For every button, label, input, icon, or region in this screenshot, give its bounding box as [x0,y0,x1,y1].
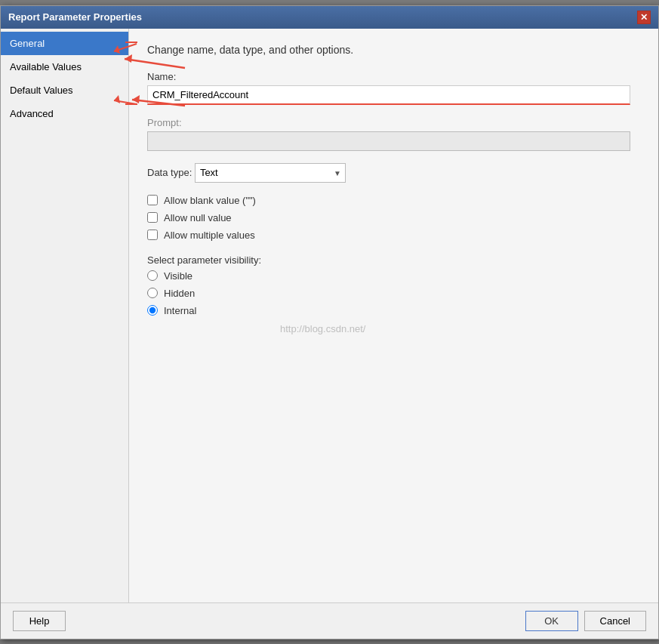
allow-null-item: Allow null value [147,212,640,223]
internal-label: Internal [164,305,196,316]
dialog-footer: Help OK Cancel [1,602,658,639]
visible-item: Visible [147,270,640,282]
hidden-label: Hidden [164,288,195,299]
radio-group: Visible Hidden Internal [147,270,640,316]
allow-blank-item: Allow blank value ("") [147,195,640,206]
allow-null-checkbox[interactable] [147,212,158,223]
visible-label: Visible [164,270,192,282]
main-content: Change name, data type, and other option… [129,29,658,602]
sidebar-item-available-values[interactable]: Available Values [1,55,128,79]
title-bar-text: Report Parameter Properties [8,11,142,23]
hidden-radio[interactable] [147,288,158,298]
visibility-section: Select parameter visibility: Visible Hid… [147,254,640,316]
name-input[interactable] [147,85,630,105]
allow-blank-checkbox[interactable] [147,195,158,205]
visible-radio[interactable] [147,270,158,281]
name-label: Name: [147,71,640,82]
checkbox-group: Allow blank value ("") Allow null value … [147,195,640,241]
data-type-dropdown-wrapper: Text Boolean DateTime Float Integer ▼ [195,163,346,183]
dialog-body: General Available Values Default Values … [1,29,658,602]
name-group: Name: [147,71,640,105]
allow-blank-label: Allow blank value ("") [164,195,256,206]
allow-null-label: Allow null value [164,212,232,223]
ok-button[interactable]: OK [525,611,578,631]
prompt-input[interactable] [147,131,630,151]
watermark-text: http://blog.csdn.net/ [280,323,365,334]
dialog-window: Report Parameter Properties ✕ General Av… [0,5,659,639]
cancel-button[interactable]: Cancel [584,611,646,631]
visibility-label: Select parameter visibility: [147,254,640,266]
hidden-item: Hidden [147,288,640,299]
prompt-group: Prompt: [147,117,640,151]
internal-radio[interactable] [147,305,158,316]
help-button[interactable]: Help [13,611,66,631]
sidebar-item-advanced[interactable]: Advanced [1,102,128,125]
data-type-label: Data type: [147,167,192,178]
allow-multiple-item: Allow multiple values [147,230,640,241]
allow-multiple-checkbox[interactable] [147,230,158,240]
prompt-label: Prompt: [147,117,640,128]
allow-multiple-label: Allow multiple values [164,230,255,241]
sidebar-item-general[interactable]: General [1,32,128,55]
sidebar-item-default-values[interactable]: Default Values [1,79,128,102]
internal-item: Internal [147,305,640,316]
title-bar: Report Parameter Properties ✕ [1,6,658,29]
footer-right-buttons: OK Cancel [525,611,646,631]
data-type-select[interactable]: Text Boolean DateTime Float Integer [195,163,346,183]
close-button[interactable]: ✕ [637,11,651,24]
description-text: Change name, data type, and other option… [147,44,640,56]
sidebar: General Available Values Default Values … [1,29,129,602]
data-type-group: Data type: Text Boolean DateTime Float I… [147,163,640,183]
